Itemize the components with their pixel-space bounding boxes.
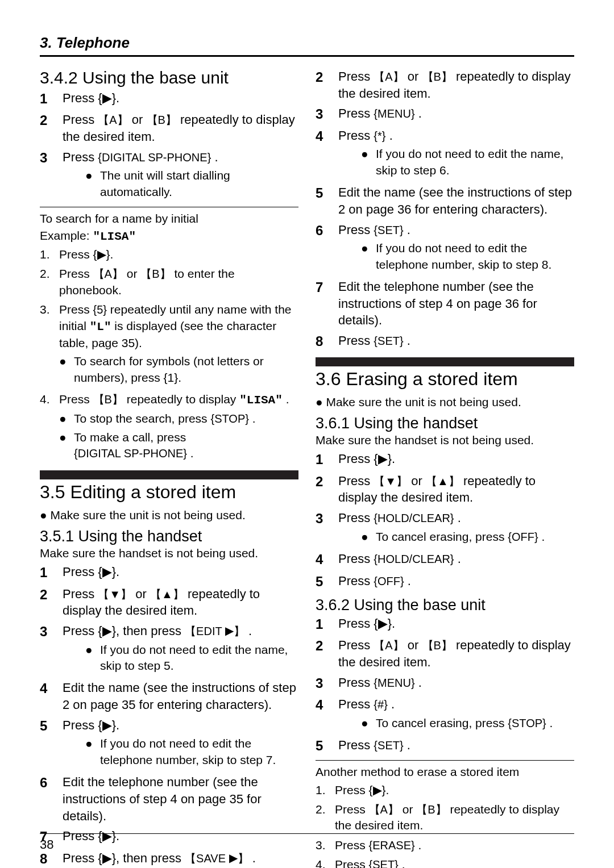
step-num: 2 (316, 68, 338, 86)
bullet-icon: ● (59, 429, 74, 462)
step-body: Press {▶}. (338, 450, 574, 468)
btn-dsp: DIGITAL SP-PHONE (74, 446, 187, 461)
bullet-text: If you do not need to edit the name, ski… (100, 642, 298, 674)
btn-hash: # (374, 697, 388, 712)
step-num: 1 (40, 90, 63, 108)
step-num: 5 (40, 717, 63, 735)
left-column: 3.4.2 Using the base unit 1 Press {▶}. 2… (40, 68, 298, 868)
step-num: 1 (316, 450, 338, 469)
initial-L: "L" (90, 320, 111, 333)
step-num: 3 (316, 510, 338, 528)
step-num: 1 (40, 564, 63, 582)
header-rule (40, 55, 574, 57)
step-body: Edit the telephone number (see the instr… (63, 774, 298, 824)
step-body: Edit the name (see the instructions of s… (338, 184, 574, 218)
btn-menu: MENU (374, 675, 414, 691)
step-num: 4 (40, 679, 63, 698)
step-body: Press MENU . (338, 105, 574, 122)
step-num: 2 (40, 111, 63, 130)
btn-dsp: DIGITAL SP-PHONE (98, 150, 211, 165)
sec-362-title: 3.6.2 Using the base unit (316, 596, 574, 614)
substep-num: 3. (40, 302, 59, 318)
step-body: Press SET . ● If you do not need to edit… (338, 222, 574, 275)
nav-b: B (147, 112, 177, 128)
note-35: ● Make sure the unit is not being used. (40, 508, 298, 522)
nav-a: A (93, 266, 123, 282)
bullet-text: To cancel erasing, press STOP . (376, 715, 553, 731)
step-num: 2 (316, 473, 338, 491)
substep-body: Press {▶}. (335, 782, 574, 798)
section-bar (40, 470, 298, 479)
btn-holdclear: HOLD/CLEAR (374, 552, 454, 567)
btn-star: * (374, 128, 385, 144)
bullet-icon: ● (361, 146, 376, 178)
step-body: Press HOLD/CLEAR . ● To cancel erasing, … (338, 510, 574, 547)
bullet-icon: ● (361, 240, 376, 273)
step-body: Press ▼ or ▲ repeatedly to display the d… (338, 473, 574, 506)
divider (316, 760, 574, 761)
step-num: 4 (316, 550, 338, 569)
step-num: 3 (40, 623, 63, 641)
nav-down: ▼ (374, 474, 408, 489)
btn-set: SET (374, 738, 403, 753)
btn-set: SET (374, 223, 403, 238)
sec-351-title: 3.5.1 Using the handset (40, 528, 298, 545)
step-num: 7 (316, 278, 338, 297)
btn-menu: MENU (374, 106, 414, 122)
step-body: Press HOLD/CLEAR . (338, 550, 574, 567)
search-example: Example: "LISA" (40, 229, 298, 243)
nav-b: B (93, 392, 123, 407)
step-body: Press {▶}, then press EDIT ▶ . ● If you … (63, 623, 298, 676)
step-body: Press # . ● To cancel erasing, press STO… (338, 696, 574, 733)
sec-35-title: 3.5 Editing a stored item (40, 482, 298, 503)
step-num: 2 (316, 637, 338, 655)
page-header: 3. Telephone (40, 34, 574, 52)
substep-num: 4. (40, 391, 59, 407)
step-num: 4 (316, 696, 338, 714)
section-bar (316, 357, 574, 366)
step-body: Press A or B repeatedly to display the d… (338, 637, 574, 670)
right-column: 2 Press A or B repeatedly to display the… (316, 68, 574, 868)
sec-361-title: 3.6.1 Using the handset (316, 415, 574, 432)
bullet-text: To search for symbols (not letters or nu… (74, 353, 298, 386)
substep-num: 2. (316, 802, 335, 817)
bullet-icon: ● (85, 736, 100, 768)
substep-num: 4. (316, 857, 335, 868)
bullet-icon: ● (59, 353, 74, 386)
nav-b: B (416, 802, 446, 817)
bullet-icon: ● (85, 168, 100, 200)
sec-361-note: Make sure the handset is not being used. (316, 433, 574, 447)
bullet-text: To cancel erasing, press OFF . (376, 529, 545, 545)
str-lisa: "LISA" (239, 394, 283, 407)
substep-num: 2. (40, 266, 59, 282)
step-num: 8 (40, 850, 63, 868)
step-num: 2 (40, 586, 63, 604)
nav-b: B (422, 638, 453, 653)
nav-a: A (374, 69, 404, 85)
step-body: Edit the name (see the instructions of s… (63, 679, 298, 713)
nav-b: B (422, 69, 453, 85)
nav-up: ▲ (150, 587, 184, 602)
btn-stop: STOP (210, 411, 248, 427)
btn-holdclear: HOLD/CLEAR (374, 511, 454, 526)
btn-set: SET (369, 857, 399, 868)
step-body: Press {▶}. (63, 90, 298, 107)
substep-num: 1. (316, 782, 335, 798)
another-method-title: Another method to erase a stored item (316, 765, 574, 779)
page-number: 38 (40, 833, 574, 852)
substep-body: Press A or B to enter the phonebook. (59, 266, 298, 298)
step-body: Press SET . (338, 737, 574, 754)
sec-351-note: Make sure the handset is not being used. (40, 546, 298, 560)
divider (40, 207, 298, 207)
bullet-icon: ● (361, 715, 376, 731)
nav-a: A (374, 638, 404, 653)
bullet-icon: ● (361, 529, 376, 545)
step-body: Press MENU . (338, 674, 574, 691)
nav-down: ▼ (98, 587, 132, 602)
step-body: Press A or B repeatedly to display the d… (63, 111, 298, 145)
substep-num: 1. (40, 247, 59, 262)
btn-edit: EDIT ▶ (185, 624, 245, 639)
step-body: Press OFF . (338, 573, 574, 590)
sec-342-title: 3.4.2 Using the base unit (40, 68, 298, 87)
btn-set: SET (374, 333, 403, 349)
